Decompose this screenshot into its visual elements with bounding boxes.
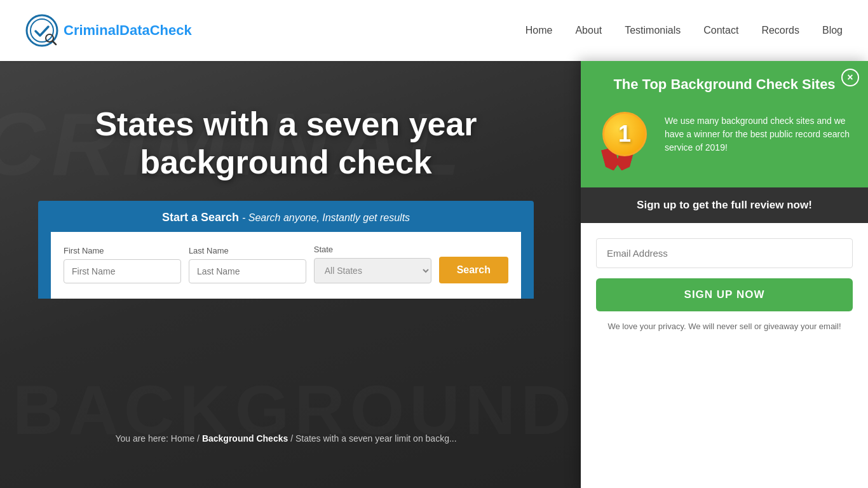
popup-signup-heading: Sign up to get the full review now! (581, 187, 868, 223)
main-nav: Home About Testimonials Contact Records … (526, 25, 843, 36)
email-input[interactable] (596, 238, 853, 268)
popup-title: The Top Background Check Sites (613, 76, 835, 92)
breadcrumb: You are here: Home / Background Checks /… (0, 433, 572, 444)
search-button[interactable]: Search (439, 257, 508, 283)
state-select[interactable]: All States (314, 258, 431, 283)
nav-blog[interactable]: Blog (822, 25, 843, 36)
popup-award-area: 1 We use many background check sites and… (581, 105, 868, 187)
breadcrumb-current: States with a seven year limit on backg.… (295, 433, 457, 444)
signup-button[interactable]: SIGN UP NOW (596, 278, 853, 311)
site-header: CriminalDataCheck Home About Testimonial… (0, 0, 868, 61)
search-fields: First Name Last Name State All States Se… (51, 232, 521, 299)
nav-about[interactable]: About (575, 25, 602, 36)
state-label: State (314, 245, 431, 254)
last-name-input[interactable] (189, 259, 306, 283)
first-name-label: First Name (64, 246, 181, 255)
popup-award-text: We use many background check sites and w… (665, 112, 853, 154)
first-name-field: First Name (64, 246, 181, 283)
popup-overlay: The Top Background Check Sites × 1 We us… (581, 61, 868, 488)
popup-close-button[interactable]: × (841, 69, 859, 86)
svg-point-1 (31, 19, 53, 42)
nav-testimonials[interactable]: Testimonials (625, 25, 681, 36)
nav-home[interactable]: Home (526, 25, 553, 36)
logo-icon (25, 14, 58, 47)
last-name-label: Last Name (189, 246, 306, 255)
logo[interactable]: CriminalDataCheck (25, 14, 192, 47)
logo-text: CriminalDataCheck (64, 22, 192, 39)
popup-privacy-text: We love your privacy. We will never sell… (596, 322, 853, 331)
popup-header: The Top Background Check Sites × (581, 61, 868, 105)
last-name-field: Last Name (189, 246, 306, 283)
hero-content: States with a seven year background chec… (0, 61, 572, 488)
breadcrumb-bg-checks[interactable]: Background Checks (202, 433, 288, 444)
nav-contact[interactable]: Contact (703, 25, 738, 36)
state-field: State All States (314, 245, 431, 283)
first-name-input[interactable] (64, 259, 181, 283)
hero-title: States with a seven year background chec… (0, 105, 572, 182)
search-label: Start a Search - Search anyone, Instantl… (51, 211, 521, 232)
breadcrumb-home[interactable]: Home (171, 433, 194, 444)
svg-line-3 (53, 41, 56, 44)
medal-circle: 1 (602, 112, 647, 156)
award-medal: 1 (596, 112, 653, 172)
popup-form: SIGN UP NOW We love your privacy. We wil… (581, 223, 868, 488)
nav-records[interactable]: Records (761, 25, 799, 36)
search-wrapper: Start a Search - Search anyone, Instantl… (38, 201, 534, 299)
